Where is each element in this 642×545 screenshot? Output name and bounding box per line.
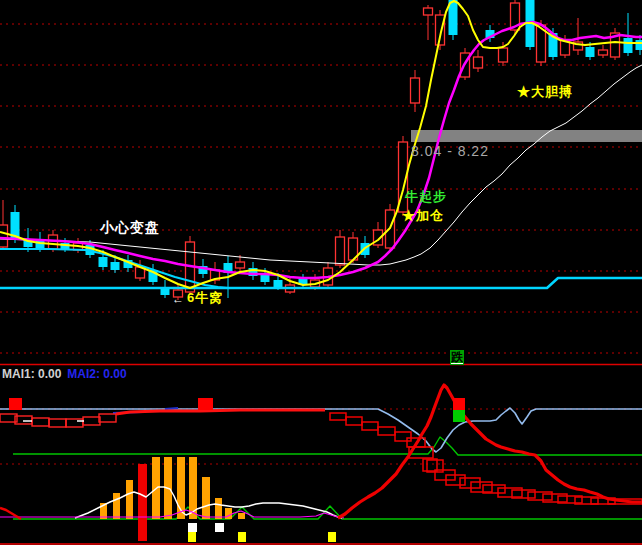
red-stair-box: [395, 432, 411, 441]
badge-underline: [451, 363, 463, 364]
red-chain-box: [32, 418, 49, 426]
orange-bar: [215, 498, 222, 519]
label-bull-nest: 6牛窝: [187, 291, 223, 304]
badge-fall-text: 跌: [451, 350, 463, 364]
candle-down: [111, 262, 120, 270]
red-chain-box: [83, 417, 100, 425]
badge-fall: 跌: [450, 350, 464, 365]
indicator-paleblue-line: [0, 408, 642, 452]
red-stair-box: [330, 413, 346, 420]
marker-red-square: [453, 398, 465, 410]
red-stair-box: [460, 478, 480, 488]
candle-down: [261, 275, 270, 282]
candle-down: [99, 257, 108, 267]
red-stair-box: [543, 494, 567, 502]
white-bar: [188, 523, 197, 532]
trading-chart-window: 小心变盘 ← 6牛窝 牛起步 ★加仓 ★大胆搏 8.04 - 8.22 跌 MA…: [0, 0, 642, 545]
candle-up: [499, 48, 508, 62]
candle-up: [474, 57, 483, 68]
marker-green-square: [453, 410, 465, 422]
candle-up: [411, 78, 420, 103]
red-volume-bar: [138, 464, 147, 541]
yellow-bar: [328, 532, 336, 542]
candle-up: [599, 50, 608, 55]
red-stair-box: [346, 417, 362, 425]
candle-down: [624, 38, 633, 53]
candle-down: [636, 40, 642, 50]
red-stair-box: [471, 482, 492, 492]
indicator-values: MAI1: 0.00MAI2: 0.00: [2, 367, 133, 381]
red-stair-box: [528, 492, 552, 500]
marker-red-square: [198, 398, 213, 410]
white-bar: [215, 523, 224, 532]
red-chain-box: [99, 414, 116, 422]
candle-up: [336, 237, 345, 265]
indicator-green-line: [13, 437, 642, 455]
orange-bar: [202, 477, 210, 519]
red-thick-line: [116, 410, 325, 414]
red-chain-box: [66, 419, 83, 427]
red-stair-box: [378, 427, 395, 435]
candle-down: [274, 280, 283, 287]
mai2-value: MAI2: 0.00: [67, 367, 126, 381]
orange-bar: [238, 513, 245, 519]
chart-canvas[interactable]: [0, 0, 642, 545]
candle-down: [586, 47, 595, 57]
label-price-range: 8.04 - 8.22: [411, 144, 489, 158]
price-range-band: [411, 130, 642, 142]
orange-bar: [113, 493, 120, 519]
mai1-value: MAI1: 0.00: [2, 367, 61, 381]
label-caution: 小心变盘: [100, 220, 160, 234]
arrow-left-icon: ←: [172, 293, 185, 305]
yellow-bar: [238, 532, 246, 542]
red-stair-box: [362, 422, 378, 430]
candle-up: [0, 225, 8, 247]
label-bold-bet: ★大胆搏: [517, 85, 573, 98]
indicator-darkblue-segment: [165, 408, 178, 409]
yellow-bar: [188, 532, 196, 542]
label-bull-start: 牛起步: [405, 190, 447, 203]
red-stair-box: [423, 459, 437, 471]
marker-red-square: [9, 398, 22, 410]
label-add-position: ★加仓: [402, 209, 444, 222]
orange-bar: [126, 480, 133, 519]
red-chain-box: [49, 419, 66, 427]
candle-up: [424, 8, 433, 15]
candle-up: [236, 262, 245, 268]
